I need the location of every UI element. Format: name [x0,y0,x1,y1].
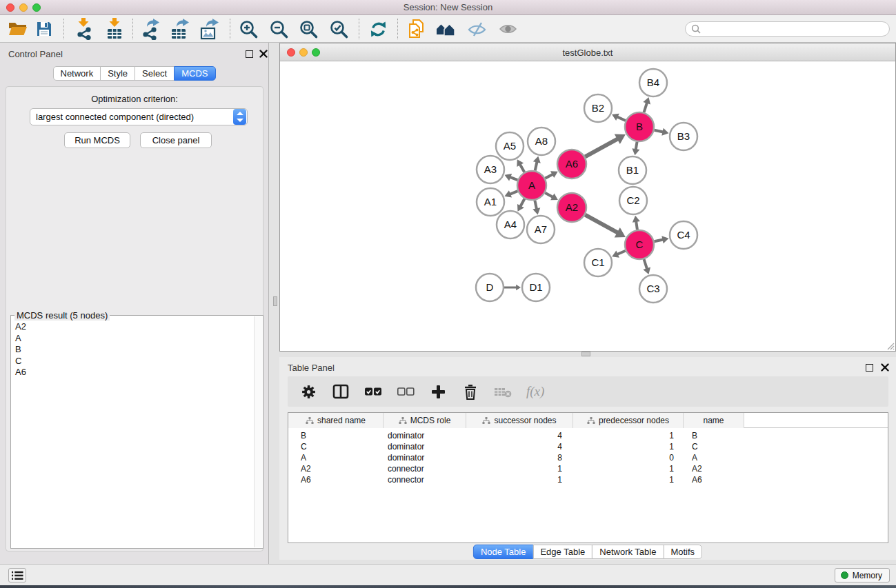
close-panel-icon[interactable] [259,50,268,58]
memory-button[interactable]: Memory [835,568,890,582]
search-input[interactable] [704,23,889,35]
graph-edge-B-B1[interactable] [636,142,637,150]
horizontal-split-handle[interactable] [581,352,590,356]
task-history-button[interactable] [8,568,26,582]
column-header-name[interactable]: name [684,413,744,428]
column-header-shared-name[interactable]: shared name [288,413,384,428]
zoom-fit-icon [299,19,319,39]
trash-icon [464,384,477,400]
zoom-fit-button[interactable] [297,17,321,41]
graph-edge-A-A1[interactable] [510,191,518,194]
resize-grip-icon[interactable] [886,341,895,350]
float-panel-icon[interactable] [246,50,253,58]
result-item[interactable]: A6 [12,367,253,378]
export-network-button[interactable] [139,17,162,41]
network-canvas[interactable]: B4B2BB3A5A8A6A3B1AA1A2C2A4A7CC4C1C3DD1 [280,61,895,351]
import-network-button[interactable] [72,17,96,41]
graph-edge-C-C3[interactable] [644,259,647,269]
result-scrollbar[interactable] [254,316,262,547]
tab-motifs[interactable]: Motifs [663,545,702,559]
column-header-mcds-role[interactable]: MCDS role [384,413,466,428]
graph-edge-A-A2[interactable] [545,193,552,197]
tab-mcds[interactable]: MCDS [174,66,215,81]
deselect-all-button[interactable] [397,383,415,401]
table-cell: A [288,452,384,463]
add-column-button[interactable] [429,383,447,401]
graph-edge-A6-B[interactable] [585,139,617,156]
refresh-button[interactable] [366,17,390,41]
zoom-selected-button[interactable] [328,17,351,41]
graph-edge-A-A5[interactable] [520,164,524,172]
network-window-titlebar: testGlobe.txt [280,43,895,61]
first-neighbors-button[interactable] [435,17,458,41]
table-row[interactable]: Adominator80A [288,452,888,463]
save-session-button[interactable] [32,17,56,41]
delete-table-button[interactable] [494,383,512,401]
graph-edge-C-C1[interactable] [617,251,626,254]
export-table-button[interactable] [168,17,192,41]
show-all-button[interactable] [496,17,519,41]
zoom-out-button[interactable] [268,17,291,41]
tab-node-table[interactable]: Node Table [473,545,534,559]
columns-icon [332,384,349,399]
edge-arrowhead [533,156,541,163]
close-panel-button[interactable]: Close panel [140,132,212,148]
table-cell: A2 [684,463,744,474]
graph-edge-A-A3[interactable] [510,177,517,180]
delete-column-button[interactable] [461,383,479,401]
graph-edge-C-C4[interactable] [654,239,663,241]
table-row[interactable]: A6connector11A6 [288,474,888,485]
table-row[interactable]: Cdominator41C [288,441,888,452]
eye-icon [499,21,517,37]
result-item[interactable]: C [12,356,253,367]
graph-edge-A-A6[interactable] [545,174,552,179]
tab-network[interactable]: Network [52,66,101,81]
zoom-in-button[interactable] [237,17,261,41]
graph-edge-A2-C[interactable] [585,215,617,233]
graph-node-label: C [636,239,644,250]
mcds-result-title: MCDS result (5 nodes) [14,310,110,321]
function-builder-button[interactable]: f(x) [526,383,544,401]
tab-network-table[interactable]: Network Table [592,545,664,559]
result-item[interactable]: B [12,344,253,356]
open-session-button[interactable] [6,17,30,41]
table-row[interactable]: Bdominator41B [288,430,888,441]
close-panel-icon[interactable] [881,363,889,372]
column-header-successor-nodes[interactable]: successor nodes [466,413,573,428]
graph-edge-B-B4[interactable] [644,103,647,112]
toolbar-separator [230,19,230,39]
table-panel: Table Panel [279,357,896,560]
graph-edge-C-C2[interactable] [636,221,637,230]
split-panel-button[interactable] [332,383,350,401]
graph-node-label: A4 [504,219,517,230]
graph-edge-B-B2[interactable] [617,116,626,121]
status-bar: Memory [0,564,896,585]
column-header-predecessor-nodes[interactable]: predecessor nodes [573,413,684,428]
optimization-criterion-select[interactable]: largest connected component (directed) [30,108,248,125]
graph-edge-A-A8[interactable] [535,162,537,171]
hide-selected-button[interactable] [465,17,488,41]
tab-edge-table[interactable]: Edge Table [532,545,593,559]
import-table-button[interactable] [103,17,126,41]
graph-node-label: D1 [529,281,542,293]
table-cell: 1 [573,430,684,441]
table-cell: A6 [684,474,744,485]
export-image-button[interactable] [198,17,221,41]
tab-style[interactable]: Style [100,66,135,81]
clone-network-button[interactable] [405,17,428,41]
graph-edge-A-A7[interactable] [535,201,537,210]
vertical-split-handle[interactable] [273,296,277,306]
graph-node-label: B [636,121,643,132]
graph-edge-A-A4[interactable] [520,199,524,206]
result-item[interactable]: A2 [12,321,253,333]
settings-button[interactable] [299,383,317,401]
tab-select[interactable]: Select [135,66,175,81]
run-mcds-button[interactable]: Run MCDS [64,132,130,148]
graph-node-label: A5 [504,140,516,152]
select-all-button[interactable] [364,383,382,401]
result-item[interactable]: A [12,333,253,345]
network-graph[interactable]: B4B2BB3A5A8A6A3B1AA1A2C2A4A7CC4C1C3DD1 [280,61,895,351]
table-row[interactable]: A2connector11A2 [288,463,888,474]
float-panel-icon[interactable] [866,364,873,372]
graph-edge-B-B3[interactable] [654,130,663,132]
